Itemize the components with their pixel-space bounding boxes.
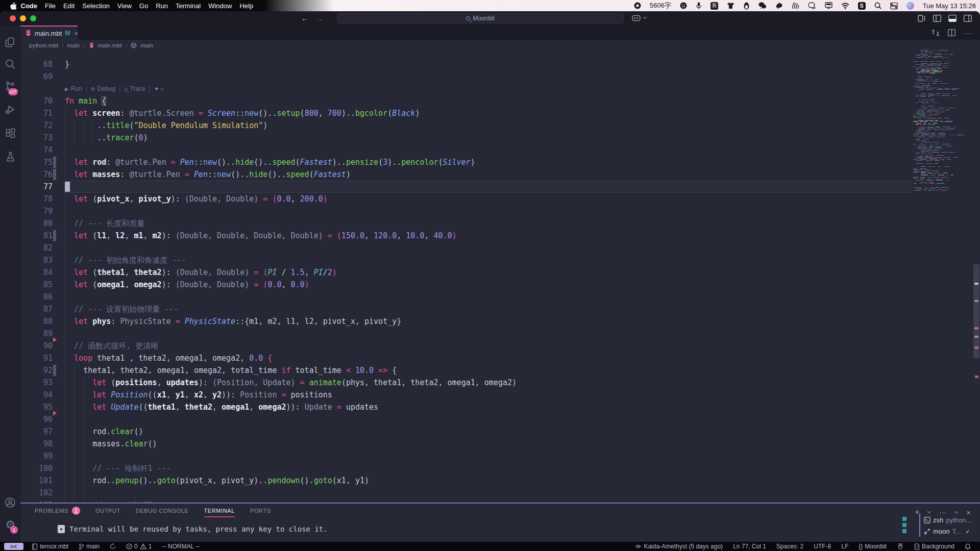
code-line[interactable]: 79 (20, 205, 980, 217)
line-number[interactable]: 81 (20, 230, 53, 242)
line-number[interactable]: 103 (20, 499, 53, 503)
menu-code[interactable]: Code (17, 2, 41, 10)
line-number[interactable]: 76 (20, 168, 53, 181)
code-line[interactable]: 75 let rod: @turtle.Pen = Pen::new()..hi… (20, 156, 980, 168)
code-line[interactable]: 95 let Update((theta1, theta2, omega1, o… (20, 401, 980, 413)
line-number[interactable]: 88 (20, 315, 53, 328)
code-line[interactable]: 102 (20, 487, 980, 499)
toggle-panel-icon[interactable] (948, 15, 957, 22)
status-vim-mode[interactable]: -- NORMAL -- (157, 543, 205, 550)
status-language[interactable]: {}Moonbit (853, 543, 892, 550)
line-number[interactable]: 86 (20, 291, 53, 303)
display-icon[interactable] (825, 2, 832, 9)
code-line[interactable]: 78 let (pivot_x, pivot_y): (Double, Doub… (20, 193, 980, 205)
line-number[interactable]: 102 (20, 487, 53, 499)
menu-go[interactable]: Go (135, 2, 152, 10)
source-control-icon[interactable]: 107 (0, 76, 20, 96)
tab-main-mbt[interactable]: main.mbt M × (20, 26, 78, 40)
line-number[interactable]: 79 (20, 205, 53, 217)
code-line[interactable]: 89 (20, 328, 980, 340)
menu-file[interactable]: File (41, 2, 60, 10)
codelens-row[interactable]: ▶Run|⚙Debug|Trace|✦ (20, 83, 980, 95)
code-line[interactable]: 84 let (theta1, theta2): (Double, Double… (20, 266, 980, 279)
menu-view[interactable]: View (113, 2, 135, 10)
line-number[interactable]: 72 (20, 119, 53, 132)
siri-icon[interactable] (906, 2, 914, 10)
split-editor-icon[interactable] (948, 29, 955, 36)
input-method-icon[interactable]: 英 (710, 2, 718, 10)
code-line[interactable]: 93 let (positions, updates): (Position, … (20, 377, 980, 389)
minimize-window-button[interactable] (20, 15, 26, 21)
status-sync[interactable] (105, 543, 121, 549)
toggle-secondary-sidebar-icon[interactable] (964, 15, 972, 22)
menu-window[interactable]: Window (205, 2, 236, 10)
line-number[interactable]: 73 (20, 132, 53, 144)
code-line[interactable]: 71 let screen: @turtle.Screen = Screen::… (20, 107, 980, 119)
breadcrumb-item[interactable]: main (67, 42, 80, 48)
word-count[interactable]: 5606字 (650, 1, 671, 10)
code-line[interactable]: 83 // --- 初始角度和角速度 --- (20, 254, 980, 266)
status-cursor-position[interactable]: Ln 77, Col 1 (728, 543, 771, 550)
codelens-run[interactable]: Run (71, 85, 82, 92)
line-number[interactable]: 93 (20, 377, 53, 389)
code-line[interactable]: 74 (20, 144, 980, 156)
line-number[interactable]: 71 (20, 107, 53, 119)
status-eol[interactable]: LF (836, 543, 853, 550)
wechat-icon[interactable] (758, 2, 767, 9)
spotlight-icon[interactable] (874, 2, 881, 9)
status-problems[interactable]: 0 1 (121, 543, 157, 550)
command-center-search[interactable]: Moonbit (337, 13, 624, 23)
close-panel-icon[interactable]: × (966, 508, 971, 517)
customize-layout-icon[interactable] (918, 15, 926, 22)
line-number[interactable]: 89 (20, 328, 53, 340)
panel-tab-problems[interactable]: PROBLEMS1 (35, 507, 80, 515)
status-file[interactable]: tensor.mbt (27, 543, 74, 550)
testing-icon[interactable] (0, 146, 20, 167)
assistant-dropdown-icon[interactable] (643, 15, 647, 19)
tshirt-icon[interactable] (727, 2, 734, 9)
code-line[interactable]: 88 let phys: PhysicState = PhysicState::… (20, 315, 980, 328)
code-line[interactable]: 100 // --- 绘制杆1 --- (20, 462, 980, 474)
line-number[interactable]: 84 (20, 266, 53, 279)
remote-indicator[interactable]: >< (4, 543, 23, 550)
maximize-panel-icon[interactable] (954, 511, 958, 514)
extensions-icon[interactable] (0, 123, 20, 143)
line-number[interactable]: 75 (20, 156, 53, 168)
line-number[interactable]: 85 (20, 279, 53, 291)
codelens-debug[interactable]: Debug (97, 85, 115, 92)
new-terminal-icon[interactable]: + (915, 508, 919, 517)
panel-tab-ports[interactable]: PORTS (250, 508, 271, 514)
codelens-trace[interactable]: Trace (130, 85, 145, 92)
line-number[interactable]: 68 (20, 58, 53, 70)
assistant-icon[interactable] (632, 14, 641, 22)
code-line[interactable]: 69 (20, 70, 980, 83)
line-number[interactable]: 78 (20, 193, 53, 205)
code-line[interactable]: 73 ..tracer(0) (20, 132, 980, 144)
tab-close-icon[interactable]: × (74, 30, 78, 37)
line-number[interactable]: 97 (20, 425, 53, 438)
microphone-icon[interactable] (696, 2, 702, 10)
apple-logo-icon[interactable] (10, 2, 17, 10)
code-line[interactable]: 85 let (omega1, omega2): (Double, Double… (20, 279, 980, 291)
line-number[interactable]: 74 (20, 144, 53, 156)
code-line[interactable]: 97 rod.clear() (20, 425, 980, 438)
panel-tab-terminal[interactable]: TERMINAL (204, 508, 235, 517)
code-line[interactable]: 72 ..title("Double Pendulum Simulation") (20, 119, 980, 132)
search-icon[interactable] (0, 54, 20, 74)
code-editor[interactable]: 68}69▶Run|⚙Debug|Trace|✦ 70fn main {71 l… (20, 49, 980, 503)
back-arrow-icon[interactable]: ← (301, 14, 309, 22)
breadcrumb-item[interactable]: main (140, 42, 153, 48)
chat-sparkle-icon[interactable] (808, 2, 816, 9)
line-number[interactable]: 70 (20, 95, 53, 107)
terminal-item-zsh[interactable]: zshpython.... (924, 516, 973, 524)
status-commit[interactable]: Kaida-Amethyst (5 days ago) (630, 543, 728, 550)
code-line[interactable]: 99 (20, 450, 980, 462)
line-number[interactable]: 94 (20, 389, 53, 401)
line-number[interactable]: 95 (20, 401, 53, 413)
line-number[interactable]: 87 (20, 303, 53, 315)
editor-scrollbar[interactable] (973, 49, 980, 503)
line-number[interactable]: 96 (20, 413, 53, 425)
toggle-primary-sidebar-icon[interactable] (933, 15, 941, 22)
open-changes-icon[interactable] (932, 29, 940, 37)
code-line[interactable]: 76 let masses: @turtle.Pen = Pen::new().… (20, 168, 980, 181)
